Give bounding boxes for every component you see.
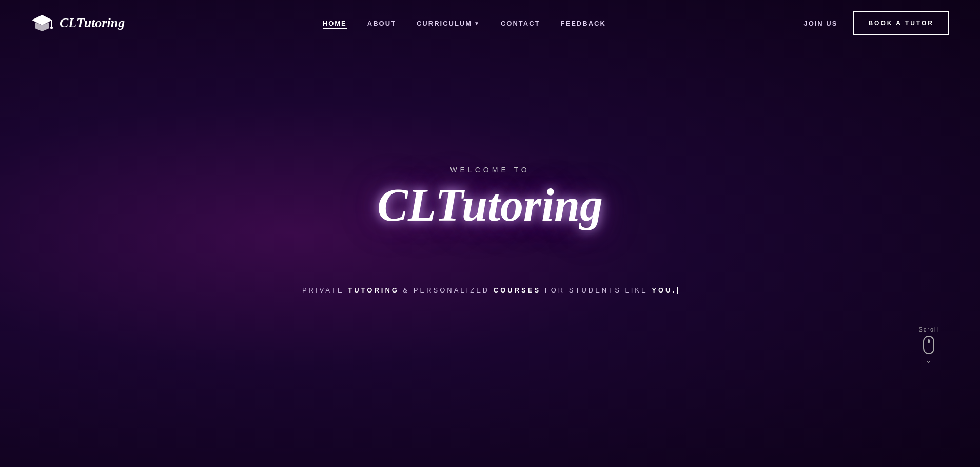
scroll-dot xyxy=(928,339,930,343)
nav-item-feedback[interactable]: FEEDBACK xyxy=(561,18,606,28)
tagline-part2: & PERSONALIZED xyxy=(399,286,494,294)
nav-right-actions: JOIN US BOOK A TUTOR xyxy=(803,11,949,35)
nav-link-curriculum[interactable]: CURRICULUM ▼ xyxy=(417,20,480,27)
hero-title: CLTutoring xyxy=(377,182,603,228)
scroll-label: Scroll xyxy=(918,326,939,333)
scroll-chevron-down-icon: ⌄ xyxy=(926,357,932,364)
navbar: CLTutoring HOME ABOUT CURRICULUM ▼ CONTA… xyxy=(0,0,980,46)
join-us-link[interactable]: JOIN US xyxy=(803,20,837,27)
tagline-bold2: COURSES xyxy=(494,286,541,294)
chevron-down-icon: ▼ xyxy=(474,21,480,26)
book-tutor-button[interactable]: BOOK A TUTOR xyxy=(853,11,949,35)
nav-item-about[interactable]: ABOUT xyxy=(367,18,396,28)
site-logo[interactable]: CLTutoring xyxy=(31,12,125,34)
tagline-bold1: TUTORING xyxy=(348,286,399,294)
tagline-bold3: YOU. xyxy=(652,286,676,294)
scroll-mouse-icon xyxy=(923,336,934,354)
nav-link-about[interactable]: ABOUT xyxy=(367,20,396,27)
bottom-divider xyxy=(98,390,882,390)
cursor-blink xyxy=(677,287,678,294)
hero-section: WELCOME TO CLTutoring PRIVATE TUTORING &… xyxy=(0,46,980,405)
svg-rect-2 xyxy=(51,20,52,27)
nav-link-home[interactable]: HOME xyxy=(323,20,347,29)
nav-item-home[interactable]: HOME xyxy=(323,18,347,28)
hero-divider xyxy=(393,243,587,243)
tagline-part1: PRIVATE xyxy=(302,286,348,294)
svg-point-3 xyxy=(50,27,53,29)
nav-link-feedback[interactable]: FEEDBACK xyxy=(561,20,606,27)
scroll-indicator: Scroll ⌄ xyxy=(918,326,939,364)
nav-menu: HOME ABOUT CURRICULUM ▼ CONTACT FEEDBACK xyxy=(323,18,606,28)
logo-text: CLTutoring xyxy=(60,15,125,31)
welcome-label: WELCOME TO xyxy=(450,166,530,174)
tagline-part3: FOR STUDENTS LIKE xyxy=(541,286,652,294)
hero-tagline: PRIVATE TUTORING & PERSONALIZED COURSES … xyxy=(302,284,678,296)
graduation-cap-icon xyxy=(31,12,53,34)
nav-link-contact[interactable]: CONTACT xyxy=(501,20,540,27)
nav-item-contact[interactable]: CONTACT xyxy=(501,18,540,28)
nav-item-curriculum[interactable]: CURRICULUM ▼ xyxy=(417,20,480,27)
